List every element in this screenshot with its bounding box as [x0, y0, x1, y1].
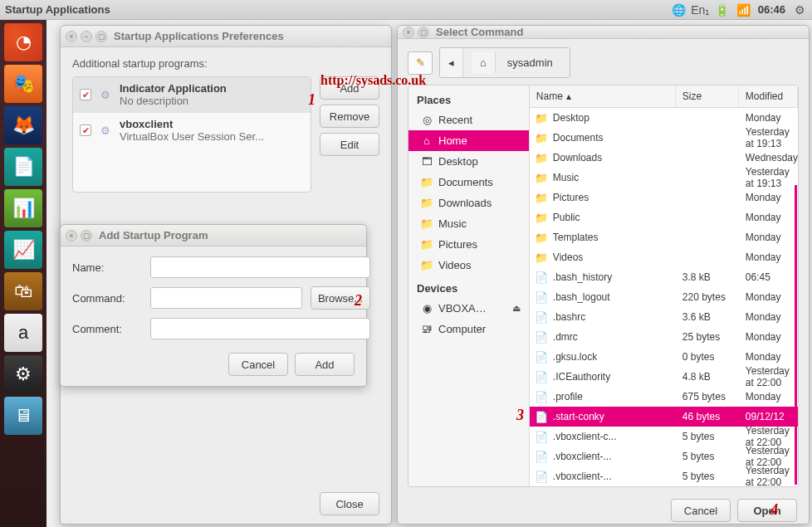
- path-back-button[interactable]: ◂: [440, 48, 463, 77]
- file-row[interactable]: 📄.vboxclient-c...5 bytesYesterday at 22:…: [530, 427, 798, 446]
- close-icon[interactable]: ×: [66, 31, 77, 42]
- file-name: .profile: [553, 391, 583, 403]
- file-row[interactable]: 📄.profile675 bytesMonday: [530, 387, 798, 407]
- file-size: 0 bytes: [676, 351, 739, 363]
- file-row[interactable]: 📁DownloadsWednesday: [530, 148, 798, 168]
- file-row[interactable]: 📄.bash_history3.8 kB06:45: [530, 267, 798, 287]
- comment-input[interactable]: [150, 318, 370, 339]
- maximize-icon[interactable]: ▢: [81, 230, 92, 242]
- open-button[interactable]: Open: [737, 499, 797, 522]
- launcher-app-4[interactable]: 📊: [4, 189, 42, 227]
- checkbox-icon[interactable]: ✔: [80, 89, 91, 100]
- file-row[interactable]: 📄.bashrc3.6 kBMonday: [530, 307, 798, 327]
- sidebar-item-label: Home: [438, 134, 467, 147]
- file-row[interactable]: 📁TemplatesMonday: [530, 227, 798, 247]
- close-icon[interactable]: ×: [403, 27, 414, 38]
- column-header-name[interactable]: Name ▴: [530, 85, 676, 107]
- file-chooser-window: × ▢ Select Command ✎ ◂ ⌂sysadmin Places …: [397, 25, 810, 525]
- file-modified: Monday: [739, 212, 798, 223]
- command-input[interactable]: [150, 287, 302, 309]
- globe-icon[interactable]: 🌐: [672, 2, 687, 17]
- settings-icon[interactable]: ⚙: [4, 355, 42, 393]
- launcher-app-1[interactable]: 🎭: [4, 65, 42, 103]
- file-row[interactable]: 📄.dmrc25 bytesMonday: [530, 327, 798, 347]
- sidebar-device[interactable]: 🖳Computer: [408, 319, 529, 339]
- close-button[interactable]: Close: [320, 492, 379, 515]
- startup-programs-list[interactable]: ✔ ⚙ Indicator Application No description…: [72, 76, 311, 193]
- sidebar-place-videos[interactable]: 📁Videos: [408, 255, 529, 276]
- add-dialog-titlebar[interactable]: × ▢ Add Startup Program: [61, 225, 366, 246]
- sidebar-place-documents[interactable]: 📁Documents: [408, 172, 529, 193]
- add-button[interactable]: Add: [320, 76, 379, 100]
- devices-header: Devices: [408, 279, 529, 298]
- file-icon: 📄: [535, 271, 548, 284]
- battery-icon[interactable]: 🔋: [715, 2, 730, 17]
- launcher-app-5[interactable]: 📈: [4, 231, 42, 269]
- file-row[interactable]: 📁DocumentsYesterday at 19:13: [530, 128, 798, 148]
- file-row[interactable]: 📁PicturesMonday: [530, 188, 798, 207]
- launcher-app-3[interactable]: 📄: [4, 148, 42, 186]
- remove-button[interactable]: Remove: [320, 105, 379, 128]
- add-button[interactable]: Add: [295, 353, 355, 376]
- list-item[interactable]: ✔ ⚙ Indicator Application No description: [73, 77, 311, 113]
- file-row[interactable]: 📄.bash_logout220 bytesMonday: [530, 287, 798, 307]
- amazon-icon[interactable]: a: [4, 314, 42, 352]
- file-row[interactable]: 📁PublicMonday: [530, 207, 798, 227]
- file-name: .vboxclient-c...: [553, 431, 617, 442]
- column-header-size[interactable]: Size: [676, 85, 739, 107]
- file-row[interactable]: 📄.vboxclient-...5 bytesYesterday at 22:0…: [530, 466, 798, 486]
- file-row[interactable]: 📁VideosMonday: [530, 247, 798, 267]
- sidebar-place-desktop[interactable]: 🗔Desktop: [408, 151, 529, 172]
- sidebar-place-downloads[interactable]: 📁Downloads: [408, 193, 529, 213]
- keyboard-indicator[interactable]: En₁: [693, 2, 708, 17]
- file-modified: Monday: [739, 192, 798, 203]
- sidebar-device[interactable]: ◉VBOXA…⏏: [408, 298, 529, 319]
- cancel-button[interactable]: Cancel: [228, 353, 288, 376]
- file-name: .vboxclient-...: [553, 451, 612, 462]
- session-icon[interactable]: ⚙: [792, 2, 807, 17]
- file-modified: Yesterday at 22:00: [739, 465, 798, 486]
- dash-icon[interactable]: ◔: [4, 23, 42, 61]
- path-segment-home[interactable]: ⌂sysadmin: [463, 48, 570, 77]
- browse-button[interactable]: Browse...: [311, 286, 370, 310]
- sidebar-place-pictures[interactable]: 📁Pictures: [408, 234, 529, 255]
- path-bar: ◂ ⌂sysadmin: [439, 47, 570, 78]
- prefs-heading: Additional startup programs:: [72, 57, 379, 70]
- edit-button[interactable]: Edit: [320, 133, 379, 156]
- file-row[interactable]: 📁DesktopMonday: [530, 108, 798, 128]
- file-row[interactable]: 📄.start-conky46 bytes09/12/12: [530, 407, 798, 427]
- prefs-window-title: Startup Applications Preferences: [114, 30, 284, 42]
- file-row[interactable]: 📁MusicYesterday at 19:13: [530, 168, 798, 188]
- network-icon[interactable]: 📶: [736, 2, 751, 17]
- edit-path-button[interactable]: ✎: [408, 51, 433, 75]
- file-size: 25 bytes: [676, 331, 739, 343]
- maximize-icon[interactable]: ▢: [418, 27, 429, 38]
- file-row[interactable]: 📄.vboxclient-...5 bytesYesterday at 22:0…: [530, 446, 798, 466]
- file-chooser-titlebar[interactable]: × ▢ Select Command: [398, 26, 809, 39]
- sidebar-place-home[interactable]: ⌂Home: [408, 130, 529, 151]
- file-row[interactable]: 📄.ICEauthority4.8 kBYesterday at 22:00: [530, 367, 798, 387]
- sidebar-place-music[interactable]: 📁Music: [408, 213, 529, 234]
- prefs-titlebar[interactable]: × − ▢ Startup Applications Preferences: [61, 26, 391, 47]
- firefox-icon[interactable]: 🦊: [4, 106, 42, 144]
- list-item[interactable]: ✔ ⚙ vboxclient VirtualBox User Session S…: [73, 113, 311, 149]
- maximize-icon[interactable]: ▢: [95, 31, 107, 42]
- cancel-button[interactable]: Cancel: [671, 499, 731, 522]
- sidebar-item-label: VBOXA…: [438, 302, 487, 315]
- sidebar-place-recent[interactable]: ◎Recent: [408, 110, 529, 130]
- close-icon[interactable]: ×: [66, 230, 77, 242]
- clock[interactable]: 06:46: [758, 3, 785, 16]
- eject-icon[interactable]: ⏏: [512, 303, 521, 314]
- launcher-app-6[interactable]: 🛍: [4, 272, 42, 310]
- scrollbar[interactable]: [795, 185, 797, 485]
- checkbox-icon[interactable]: ✔: [80, 124, 91, 136]
- file-name: Downloads: [553, 152, 602, 163]
- file-row[interactable]: 📄.gksu.lock0 bytesMonday: [530, 347, 798, 367]
- file-name: .bashrc: [553, 311, 585, 323]
- column-header-modified[interactable]: Modified: [739, 85, 798, 107]
- comment-label: Comment:: [72, 323, 142, 335]
- workspace-icon[interactable]: 🖥: [4, 397, 42, 435]
- file-icon: 📄: [535, 370, 548, 383]
- name-input[interactable]: [150, 256, 370, 278]
- minimize-icon[interactable]: −: [81, 31, 92, 42]
